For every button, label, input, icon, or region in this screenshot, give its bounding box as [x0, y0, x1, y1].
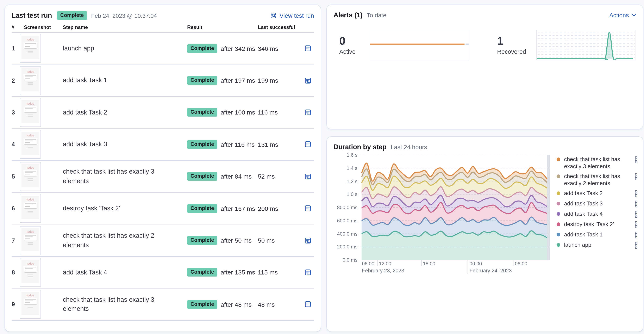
- y-axis-tick-label: 1.2 s: [334, 179, 358, 184]
- legend-item[interactable]: launch app: [556, 242, 638, 249]
- todos-app-preview: todos: [22, 196, 39, 219]
- step-trace-button[interactable]: [302, 267, 313, 278]
- legend-label: add task Task 2: [564, 190, 633, 197]
- todos-app-preview: todos: [22, 228, 39, 251]
- active-alerts-label: Active: [339, 48, 370, 55]
- step-last-successful: 199 ms: [258, 77, 302, 84]
- steps-table-body: 1 todos launch app Complete after 342 ms…: [12, 33, 314, 320]
- legend-options-icon[interactable]: [634, 232, 638, 238]
- step-result-badge: Complete: [187, 108, 217, 117]
- todos-app-preview: todos: [22, 132, 39, 155]
- col-header-step-name: Step name: [63, 24, 187, 30]
- table-row: 7 todos check that task list has exactly…: [12, 225, 314, 257]
- step-name: launch app: [63, 44, 187, 53]
- todos-app-preview: todos: [22, 292, 39, 315]
- step-screenshot-thumbnail[interactable]: todos: [20, 98, 41, 127]
- legend-options-icon[interactable]: [634, 156, 638, 163]
- step-trace-button[interactable]: [302, 139, 313, 150]
- table-row: 4 todos add task Task 3 Complete after 1…: [12, 128, 314, 160]
- x-axis-tick-label: 06:00: [515, 261, 527, 266]
- todos-app-preview: todos: [22, 164, 39, 187]
- step-result-duration: after 48 ms: [221, 301, 252, 308]
- step-screenshot-thumbnail[interactable]: todos: [20, 34, 41, 63]
- recovered-alerts-count: 1: [497, 35, 536, 46]
- step-trace-button[interactable]: [302, 107, 313, 118]
- step-last-successful: 131 ms: [258, 141, 302, 148]
- step-trace-button[interactable]: [302, 299, 313, 310]
- step-result-duration: after 342 ms: [221, 45, 255, 52]
- legend-item[interactable]: destroy task 'Task 2': [556, 221, 638, 228]
- col-header-screenshot: Screenshot: [20, 24, 63, 30]
- recovered-alerts-sparkline: [536, 30, 636, 60]
- status-badge: Complete: [57, 11, 87, 20]
- legend-options-icon[interactable]: [634, 190, 638, 197]
- table-row: 2 todos add task Task 1 Complete after 1…: [12, 65, 314, 97]
- todos-app-title: todos: [22, 68, 39, 73]
- legend-item[interactable]: add task Task 3: [556, 200, 638, 208]
- x-axis-tick-label: 12:00: [379, 261, 391, 266]
- todos-app-title: todos: [22, 164, 39, 170]
- step-number: 5: [12, 173, 20, 180]
- legend-color-dot: [556, 192, 560, 195]
- step-name: destroy task 'Task 2': [63, 204, 187, 213]
- todos-app-preview: todos: [22, 260, 39, 283]
- legend-options-icon[interactable]: [634, 211, 638, 218]
- step-name: add task Task 3: [63, 140, 187, 149]
- step-trace-button[interactable]: [302, 75, 313, 86]
- step-last-successful: 50 ms: [258, 237, 302, 244]
- legend-color-dot: [556, 174, 560, 178]
- legend-options-icon[interactable]: [634, 173, 638, 180]
- table-row: 5 todos check that task list has exactly…: [12, 160, 314, 193]
- step-screenshot-thumbnail[interactable]: todos: [20, 194, 41, 223]
- step-result-duration: after 135 ms: [221, 269, 255, 276]
- x-axis-date-label: February 24, 2023: [470, 268, 512, 274]
- legend-label: add task Task 4: [564, 210, 633, 218]
- step-screenshot-thumbnail[interactable]: todos: [20, 130, 41, 159]
- alerts-actions-button[interactable]: Actions: [609, 12, 636, 18]
- step-trace-button[interactable]: [302, 203, 313, 214]
- step-number: 4: [12, 141, 20, 148]
- step-screenshot-thumbnail[interactable]: todos: [20, 66, 41, 95]
- step-screenshot-thumbnail[interactable]: todos: [20, 258, 41, 287]
- table-row: 6 todos destroy task 'Task 2' Complete a…: [12, 193, 314, 225]
- legend-options-icon[interactable]: [634, 200, 638, 208]
- step-screenshot-thumbnail[interactable]: todos: [20, 226, 41, 255]
- step-screenshot-thumbnail[interactable]: todos: [20, 162, 41, 191]
- step-screenshot-thumbnail[interactable]: todos: [20, 290, 41, 319]
- legend-label: add task Task 3: [564, 200, 633, 207]
- legend-item[interactable]: check that task list has exactly 2 eleme…: [556, 173, 638, 187]
- trace-icon: [304, 173, 311, 180]
- step-trace-button[interactable]: [302, 235, 313, 246]
- step-result-duration: after 167 ms: [221, 205, 255, 212]
- duration-title: Duration by step: [334, 143, 386, 151]
- step-last-successful: 48 ms: [258, 301, 302, 308]
- recovered-alerts-label: Recovered: [497, 48, 536, 55]
- trace-icon: [304, 45, 311, 52]
- legend-color-dot: [556, 222, 560, 226]
- legend-item[interactable]: add task Task 2: [556, 190, 638, 197]
- legend-options-icon[interactable]: [634, 242, 638, 249]
- todos-app-title: todos: [22, 292, 39, 298]
- table-row: 9 todos check that task list has exactly…: [12, 288, 314, 320]
- y-axis-tick-label: 200.0 ms: [334, 244, 358, 250]
- recovered-alerts-stat: 1 Recovered: [497, 30, 636, 60]
- legend-item[interactable]: check that task list has exactly 3 eleme…: [556, 156, 638, 170]
- legend-options-icon[interactable]: [634, 221, 638, 228]
- todos-app-preview: todos: [22, 68, 39, 91]
- last-test-run-panel: Last test run Complete Feb 24, 2023 @ 10…: [4, 4, 321, 332]
- trace-icon: [304, 301, 311, 308]
- view-test-run-link[interactable]: View test run: [271, 12, 314, 19]
- trace-icon: [304, 269, 311, 276]
- col-header-result: Result: [187, 24, 258, 30]
- trace-icon: [304, 237, 311, 244]
- legend-color-dot: [556, 158, 560, 161]
- legend-item[interactable]: add task Task 1: [556, 231, 638, 238]
- step-result-badge: Complete: [187, 204, 217, 213]
- todos-app-title: todos: [22, 196, 39, 201]
- legend-item[interactable]: add task Task 4: [556, 210, 638, 218]
- legend-label: destroy task 'Task 2': [564, 221, 633, 228]
- step-trace-button[interactable]: [302, 43, 313, 54]
- page: Last test run Complete Feb 24, 2023 @ 10…: [0, 0, 644, 334]
- step-trace-button[interactable]: [302, 171, 313, 182]
- step-result-badge: Complete: [187, 300, 217, 309]
